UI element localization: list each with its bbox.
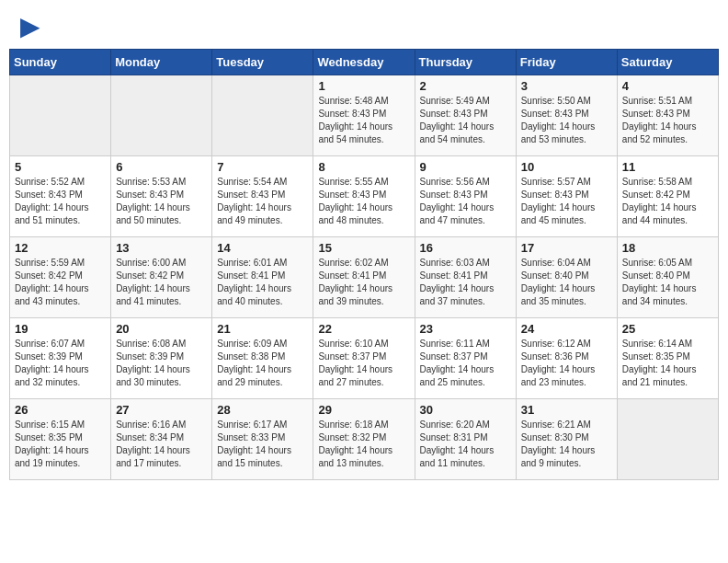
day-number: 22 <box>318 322 409 336</box>
day-number: 30 <box>420 403 511 417</box>
calendar-cell: 3Sunrise: 5:50 AMSunset: 8:43 PMDaylight… <box>516 75 617 156</box>
calendar-cell: 15Sunrise: 6:02 AMSunset: 8:41 PMDayligh… <box>313 237 415 318</box>
day-number: 15 <box>318 241 409 255</box>
calendar-cell: 31Sunrise: 6:21 AMSunset: 8:30 PMDayligh… <box>516 399 617 480</box>
weekday-header-wednesday: Wednesday <box>313 50 415 75</box>
day-detail: Sunrise: 6:14 AMSunset: 8:35 PMDaylight:… <box>622 338 713 389</box>
day-number: 4 <box>622 79 713 93</box>
calendar-cell: 7Sunrise: 5:54 AMSunset: 8:43 PMDaylight… <box>212 156 313 237</box>
day-detail: Sunrise: 5:57 AMSunset: 8:43 PMDaylight:… <box>521 176 612 227</box>
day-number: 29 <box>318 403 409 417</box>
day-detail: Sunrise: 6:00 AMSunset: 8:42 PMDaylight:… <box>116 257 207 308</box>
calendar-cell: 17Sunrise: 6:04 AMSunset: 8:40 PMDayligh… <box>516 237 617 318</box>
day-detail: Sunrise: 6:02 AMSunset: 8:41 PMDaylight:… <box>318 257 409 308</box>
day-number: 2 <box>420 79 511 93</box>
day-detail: Sunrise: 5:58 AMSunset: 8:42 PMDaylight:… <box>622 176 713 227</box>
day-detail: Sunrise: 6:21 AMSunset: 8:30 PMDaylight:… <box>521 419 612 470</box>
day-number: 23 <box>420 322 511 336</box>
calendar-cell: 6Sunrise: 5:53 AMSunset: 8:43 PMDaylight… <box>111 156 212 237</box>
day-detail: Sunrise: 5:59 AMSunset: 8:42 PMDaylight:… <box>15 257 106 308</box>
calendar-cell: 4Sunrise: 5:51 AMSunset: 8:43 PMDaylight… <box>617 75 718 156</box>
calendar-cell: 22Sunrise: 6:10 AMSunset: 8:37 PMDayligh… <box>313 318 415 399</box>
weekday-header-sunday: Sunday <box>10 50 111 75</box>
calendar-cell: 25Sunrise: 6:14 AMSunset: 8:35 PMDayligh… <box>617 318 718 399</box>
calendar-cell <box>617 399 718 480</box>
calendar-cell: 11Sunrise: 5:58 AMSunset: 8:42 PMDayligh… <box>617 156 718 237</box>
day-number: 10 <box>521 160 612 174</box>
logo: ▶ <box>18 15 40 41</box>
calendar-cell: 19Sunrise: 6:07 AMSunset: 8:39 PMDayligh… <box>10 318 111 399</box>
day-detail: Sunrise: 6:11 AMSunset: 8:37 PMDaylight:… <box>420 338 511 389</box>
day-number: 31 <box>521 403 612 417</box>
day-number: 6 <box>116 160 207 174</box>
day-number: 12 <box>15 241 106 255</box>
calendar-cell: 8Sunrise: 5:55 AMSunset: 8:43 PMDaylight… <box>313 156 415 237</box>
calendar-table: SundayMondayTuesdayWednesdayThursdayFrid… <box>9 49 719 480</box>
day-number: 8 <box>318 160 409 174</box>
weekday-header-thursday: Thursday <box>415 50 516 75</box>
weekday-header-saturday: Saturday <box>617 50 718 75</box>
calendar-week-row: 1Sunrise: 5:48 AMSunset: 8:43 PMDaylight… <box>10 75 719 156</box>
day-detail: Sunrise: 6:09 AMSunset: 8:38 PMDaylight:… <box>217 338 308 389</box>
day-detail: Sunrise: 6:15 AMSunset: 8:35 PMDaylight:… <box>15 419 106 470</box>
day-number: 27 <box>116 403 207 417</box>
logo-bird-icon: ▶ <box>20 11 40 41</box>
calendar-cell: 16Sunrise: 6:03 AMSunset: 8:41 PMDayligh… <box>415 237 516 318</box>
day-number: 1 <box>318 79 409 93</box>
day-detail: Sunrise: 5:54 AMSunset: 8:43 PMDaylight:… <box>217 176 308 227</box>
day-number: 16 <box>420 241 511 255</box>
calendar-week-row: 5Sunrise: 5:52 AMSunset: 8:43 PMDaylight… <box>10 156 719 237</box>
calendar-cell <box>212 75 313 156</box>
day-number: 9 <box>420 160 511 174</box>
day-number: 3 <box>521 79 612 93</box>
calendar-cell: 18Sunrise: 6:05 AMSunset: 8:40 PMDayligh… <box>617 237 718 318</box>
calendar-cell: 9Sunrise: 5:56 AMSunset: 8:43 PMDaylight… <box>415 156 516 237</box>
weekday-header-row: SundayMondayTuesdayWednesdayThursdayFrid… <box>10 50 719 75</box>
day-number: 18 <box>622 241 713 255</box>
calendar-cell: 20Sunrise: 6:08 AMSunset: 8:39 PMDayligh… <box>111 318 212 399</box>
calendar-wrapper: SundayMondayTuesdayWednesdayThursdayFrid… <box>0 49 728 489</box>
day-detail: Sunrise: 5:52 AMSunset: 8:43 PMDaylight:… <box>15 176 106 227</box>
day-detail: Sunrise: 6:05 AMSunset: 8:40 PMDaylight:… <box>622 257 713 308</box>
calendar-cell: 2Sunrise: 5:49 AMSunset: 8:43 PMDaylight… <box>415 75 516 156</box>
day-detail: Sunrise: 6:07 AMSunset: 8:39 PMDaylight:… <box>15 338 106 389</box>
weekday-header-tuesday: Tuesday <box>212 50 313 75</box>
calendar-cell <box>111 75 212 156</box>
calendar-cell <box>10 75 111 156</box>
day-number: 5 <box>15 160 106 174</box>
day-detail: Sunrise: 6:20 AMSunset: 8:31 PMDaylight:… <box>420 419 511 470</box>
day-detail: Sunrise: 6:08 AMSunset: 8:39 PMDaylight:… <box>116 338 207 389</box>
day-detail: Sunrise: 6:17 AMSunset: 8:33 PMDaylight:… <box>217 419 308 470</box>
calendar-cell: 14Sunrise: 6:01 AMSunset: 8:41 PMDayligh… <box>212 237 313 318</box>
day-detail: Sunrise: 6:10 AMSunset: 8:37 PMDaylight:… <box>318 338 409 389</box>
day-detail: Sunrise: 6:03 AMSunset: 8:41 PMDaylight:… <box>420 257 511 308</box>
day-detail: Sunrise: 6:18 AMSunset: 8:32 PMDaylight:… <box>318 419 409 470</box>
day-number: 19 <box>15 322 106 336</box>
calendar-cell: 26Sunrise: 6:15 AMSunset: 8:35 PMDayligh… <box>10 399 111 480</box>
day-detail: Sunrise: 6:16 AMSunset: 8:34 PMDaylight:… <box>116 419 207 470</box>
weekday-header-monday: Monday <box>111 50 212 75</box>
day-detail: Sunrise: 5:56 AMSunset: 8:43 PMDaylight:… <box>420 176 511 227</box>
day-detail: Sunrise: 5:48 AMSunset: 8:43 PMDaylight:… <box>318 95 409 146</box>
calendar-week-row: 19Sunrise: 6:07 AMSunset: 8:39 PMDayligh… <box>10 318 719 399</box>
calendar-cell: 12Sunrise: 5:59 AMSunset: 8:42 PMDayligh… <box>10 237 111 318</box>
day-number: 20 <box>116 322 207 336</box>
day-number: 14 <box>217 241 308 255</box>
calendar-cell: 1Sunrise: 5:48 AMSunset: 8:43 PMDaylight… <box>313 75 415 156</box>
calendar-cell: 5Sunrise: 5:52 AMSunset: 8:43 PMDaylight… <box>10 156 111 237</box>
calendar-cell: 28Sunrise: 6:17 AMSunset: 8:33 PMDayligh… <box>212 399 313 480</box>
calendar-cell: 21Sunrise: 6:09 AMSunset: 8:38 PMDayligh… <box>212 318 313 399</box>
day-detail: Sunrise: 5:53 AMSunset: 8:43 PMDaylight:… <box>116 176 207 227</box>
page-header: ▶ <box>0 0 728 49</box>
calendar-week-row: 26Sunrise: 6:15 AMSunset: 8:35 PMDayligh… <box>10 399 719 480</box>
day-detail: Sunrise: 5:50 AMSunset: 8:43 PMDaylight:… <box>521 95 612 146</box>
day-number: 21 <box>217 322 308 336</box>
day-number: 24 <box>521 322 612 336</box>
day-number: 13 <box>116 241 207 255</box>
calendar-cell: 13Sunrise: 6:00 AMSunset: 8:42 PMDayligh… <box>111 237 212 318</box>
day-detail: Sunrise: 6:04 AMSunset: 8:40 PMDaylight:… <box>521 257 612 308</box>
calendar-cell: 27Sunrise: 6:16 AMSunset: 8:34 PMDayligh… <box>111 399 212 480</box>
calendar-cell: 23Sunrise: 6:11 AMSunset: 8:37 PMDayligh… <box>415 318 516 399</box>
day-number: 25 <box>622 322 713 336</box>
calendar-cell: 30Sunrise: 6:20 AMSunset: 8:31 PMDayligh… <box>415 399 516 480</box>
